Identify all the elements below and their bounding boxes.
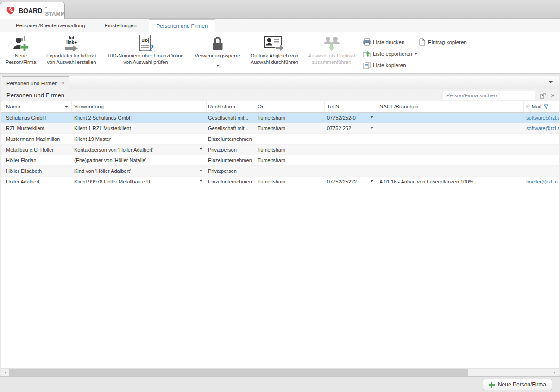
merge-duplicates-icon: [322, 36, 341, 51]
popout-search-icon[interactable]: [540, 93, 546, 99]
liste-drucken-button[interactable]: Liste drucken: [363, 36, 419, 48]
table-row[interactable]: RZL Musterklient Klient 1 RZL Musterklie…: [1, 123, 559, 134]
column-header-verwendung[interactable]: Verwendung: [72, 101, 207, 112]
group-liste-aktionen: Liste drucken Liste exportieren: [359, 33, 472, 72]
plus-icon: [489, 382, 495, 388]
chevron-down-icon[interactable]: [200, 148, 202, 150]
export-kdlink-button[interactable]: kdlink+ Exportdatei für kdlink+ von Ausw…: [42, 33, 101, 72]
group-neue-person: Neue Person/Firma: [0, 33, 42, 72]
outlook-abgleich-button[interactable]: Outlook Abgleich von Auswahl durchführen: [245, 33, 304, 72]
chevron-down-icon: [216, 65, 219, 67]
neue-person-firma-button[interactable]: Neue Person/Firma: [0, 33, 42, 72]
app-brand-tab: BOARD - STAMM: [0, 2, 65, 19]
heart-logo-icon: [6, 6, 16, 15]
export-list-icon: [363, 50, 371, 57]
search-input[interactable]: [443, 91, 535, 100]
chevron-down-icon[interactable]: [371, 127, 373, 129]
duplikat-zusammenfuehren-button: Auswahl als Duplikat zusammenführen: [304, 33, 359, 72]
table-row[interactable]: Schulungs GmbH Klient 2 Schulungs GmbH G…: [1, 113, 559, 123]
scroll-left-icon[interactable]: ‹: [2, 369, 9, 376]
chevron-down-icon[interactable]: [200, 170, 202, 171]
add-person-icon: [13, 35, 29, 52]
app-title: BOARD: [19, 7, 42, 14]
app-window: { "titlebar": { "brand": "BOARD", "suffi…: [0, 0, 560, 392]
ribbon-tab-personen-und-firmen[interactable]: Personen und Firmen: [149, 19, 216, 32]
chevron-down-icon[interactable]: [371, 116, 373, 118]
sort-descending-icon: [64, 106, 68, 108]
chevron-down-icon: [415, 53, 417, 55]
group-duplikat: Auswahl als Duplikat zusammenführen: [304, 33, 359, 72]
close-search-icon[interactable]: ×: [551, 91, 555, 100]
footer-bar: Neue Person/Firma: [0, 376, 560, 392]
ribbon-tab-personen-klientenverwaltung[interactable]: Personen/Klientenverwaltung: [8, 20, 93, 32]
group-verwendungssperre: Verwendungssperre: [190, 33, 245, 72]
table-row[interactable]: Höller Adalbert Klient 99978 Höller Meta…: [1, 177, 559, 187]
liste-kopieren-button[interactable]: Liste kopieren: [363, 59, 419, 71]
column-header-ort[interactable]: Ort: [255, 101, 325, 112]
neue-person-firma-footer-button[interactable]: Neue Person/Firma: [483, 379, 552, 390]
verwendungssperre-button[interactable]: Verwendungssperre: [190, 33, 245, 72]
tab-list-dropdown-icon[interactable]: [549, 81, 553, 83]
horizontal-scrollbar[interactable]: ‹ ›: [1, 368, 559, 376]
title-bar: BOARD - STAMM: [0, 0, 560, 19]
document-tab-personen-und-firmen[interactable]: Personen und Firmen ×: [2, 76, 69, 89]
scroll-right-icon[interactable]: ›: [551, 369, 558, 376]
grid-header-row: Name Verwendung Rechtsform Ort Tel.Nr NA…: [1, 101, 559, 113]
printer-icon: [363, 38, 371, 46]
liste-exportieren-button[interactable]: Liste exportieren: [363, 48, 419, 59]
table-row[interactable]: Mustermann Maximilian Klient 19 Muster E…: [1, 134, 559, 145]
contact-card-sync-icon: [264, 36, 285, 51]
uid-document-icon: UID ?: [138, 35, 153, 52]
copy-list-icon: [363, 62, 371, 69]
table-row[interactable]: Metallbau e.U. Höller Kontaktperson von …: [1, 145, 559, 155]
column-header-name[interactable]: Name: [1, 101, 72, 112]
uid-pruefen-button[interactable]: UID ? UID-Nummern über FinanzOnline von …: [101, 33, 190, 72]
eintrag-kopieren-button[interactable]: Eintrag kopieren: [419, 36, 470, 48]
scrollbar-thumb[interactable]: [9, 369, 468, 376]
copy-entry-icon: [419, 38, 426, 46]
kdlink-icon: kdlink+: [65, 36, 79, 51]
app-title-suffix: - STAMM: [45, 4, 65, 17]
column-header-telnr[interactable]: Tel.Nr: [325, 101, 378, 112]
table-row[interactable]: Höller Elisabeth Kind von 'Höller Adalbe…: [1, 166, 559, 177]
column-header-rechtsform[interactable]: Rechtsform: [207, 101, 255, 112]
group-outlook-abgleich: Outlook Abgleich von Auswahl durchführen: [245, 33, 304, 72]
close-tab-icon[interactable]: ×: [62, 80, 65, 86]
ribbon-tab-einstellungen[interactable]: Einstellungen: [97, 20, 144, 32]
panel-title: Personen und Firmen: [6, 92, 64, 99]
chevron-down-icon[interactable]: [200, 180, 202, 182]
column-header-email[interactable]: E-Mail: [524, 101, 559, 112]
filter-funnel-icon[interactable]: [543, 104, 549, 110]
ribbon-tab-bar: Personen/Klientenverwaltung Einstellunge…: [0, 19, 560, 32]
table-row[interactable]: Höller Florian (Ehe)partner von 'Höller …: [1, 155, 559, 166]
lock-icon: [211, 36, 224, 51]
group-uid-pruefen: UID ? UID-Nummern über FinanzOnline von …: [101, 33, 190, 72]
document-tab-bar: Personen und Firmen ×: [1, 76, 559, 89]
chevron-down-icon[interactable]: [371, 180, 373, 182]
column-header-nace[interactable]: NACE/Branchen: [378, 101, 524, 112]
group-export-kdlink: kdlink+ Exportdatei für kdlink+ von Ausw…: [42, 33, 101, 72]
data-grid: Name Verwendung Rechtsform Ort Tel.Nr NA…: [1, 101, 559, 368]
panel-header: Personen und Firmen ×: [1, 89, 559, 101]
ribbon: Neue Person/Firma kdlink+ Exportdatei fü…: [0, 32, 560, 74]
